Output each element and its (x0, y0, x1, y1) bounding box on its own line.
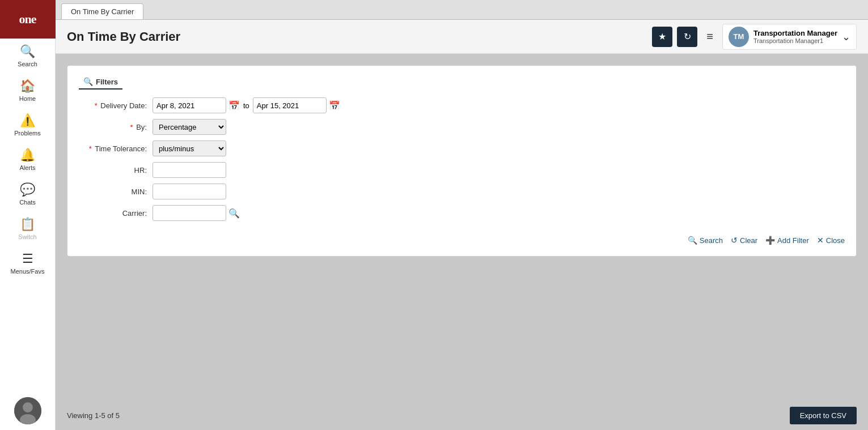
clear-action-icon: ↺ (731, 236, 738, 245)
svg-point-1 (23, 402, 33, 412)
star-icon: ★ (658, 31, 666, 42)
carrier-search-icon[interactable]: 🔍 (228, 208, 240, 219)
page-title: On Time By Carrier (67, 29, 652, 44)
sidebar-item-alerts[interactable]: 🔔 Alerts (0, 142, 55, 177)
min-row: MIN: (79, 184, 845, 199)
search-icon: 🔍 (20, 44, 35, 59)
delivery-date-to-input[interactable] (253, 97, 327, 113)
footer: Viewing 1-5 of 5 Export to CSV (56, 401, 868, 430)
calendar-from-icon[interactable]: 📅 (228, 100, 240, 111)
user-role: Transportation Manager1 (753, 37, 837, 44)
carrier-label: Carrier: (79, 209, 153, 218)
time-tolerance-label: * Time Tolerance: (79, 144, 153, 153)
user-initials-avatar: TM (729, 27, 749, 47)
date-from-wrapper: 📅 (153, 97, 240, 113)
sidebar-item-chats[interactable]: 💬 Chats (0, 177, 55, 211)
filter-form: * Delivery Date: 📅 to 📅 (79, 97, 845, 221)
home-icon: 🏠 (20, 79, 35, 93)
sidebar-item-problems[interactable]: ⚠️ Problems (0, 108, 55, 142)
header-actions: ★ ↻ ≡ TM Transportation Manager Transpor… (652, 24, 857, 50)
by-label: * By: (79, 123, 153, 131)
refresh-icon: ↻ (684, 31, 691, 42)
sidebar-item-menus-favs[interactable]: ☰ Menus/Favs (0, 246, 55, 280)
user-area[interactable]: TM Transportation Manager Transportation… (722, 24, 857, 50)
hr-input[interactable] (153, 162, 226, 178)
main-area: On Time By Carrier On Time By Carrier ★ … (56, 0, 868, 430)
calendar-to-icon[interactable]: 📅 (329, 100, 340, 111)
filter-tab-filters[interactable]: 🔍 Filters (79, 75, 122, 90)
add-filter-action[interactable]: ➕ Add Filter (765, 236, 809, 245)
hr-row: HR: (79, 162, 845, 178)
carrier-row: Carrier: 🔍 (79, 205, 845, 221)
delivery-date-label: * Delivery Date: (79, 101, 153, 110)
search-action-icon: 🔍 (688, 236, 697, 245)
problems-icon: ⚠️ (20, 113, 35, 128)
user-name: Transportation Manager (753, 29, 837, 37)
sidebar-item-home[interactable]: 🏠 Home (0, 73, 55, 108)
close-action[interactable]: ✕ Close (817, 236, 845, 245)
favorite-button[interactable]: ★ (652, 27, 672, 47)
add-filter-icon: ➕ (765, 236, 775, 245)
chats-icon: 💬 (20, 182, 35, 197)
export-csv-button[interactable]: Export to CSV (790, 407, 857, 424)
carrier-input[interactable] (153, 205, 226, 221)
alerts-icon: 🔔 (20, 148, 35, 163)
by-row: * By: Percentage Count (79, 119, 845, 135)
app-logo[interactable]: one (0, 0, 56, 39)
filter-actions: 🔍 Search ↺ Clear ➕ Add Filter ✕ Close (79, 230, 845, 245)
menus-icon: ☰ (22, 252, 33, 266)
content-area: 🔍 Filters * Delivery Date: 📅 to (56, 54, 868, 401)
clear-action[interactable]: ↺ Clear (731, 236, 757, 245)
sidebar: one 🔍 Search 🏠 Home ⚠️ Problems 🔔 Alerts… (0, 0, 56, 430)
delivery-date-from-input[interactable] (153, 97, 226, 113)
filter-tabs: 🔍 Filters (79, 75, 845, 90)
time-tolerance-select[interactable]: plus/minus plus minus (153, 141, 226, 156)
time-tolerance-row: * Time Tolerance: plus/minus plus minus (79, 141, 845, 156)
sidebar-item-switch: 📋 Switch (0, 211, 55, 246)
user-avatar-sidebar[interactable] (14, 397, 41, 424)
filter-panel: 🔍 Filters * Delivery Date: 📅 to (67, 65, 857, 257)
tab-on-time-by-carrier[interactable]: On Time By Carrier (61, 3, 143, 19)
date-to-wrapper: 📅 (253, 97, 340, 113)
filter-search-icon: 🔍 (83, 77, 93, 86)
sidebar-item-search[interactable]: 🔍 Search (0, 39, 55, 73)
hr-label: HR: (79, 166, 153, 174)
close-action-icon: ✕ (817, 236, 824, 245)
delivery-date-row: * Delivery Date: 📅 to 📅 (79, 97, 845, 113)
chevron-down-icon: ⌄ (842, 31, 850, 43)
by-select[interactable]: Percentage Count (153, 119, 226, 135)
carrier-wrapper: 🔍 (153, 205, 240, 221)
header-menu-button[interactable]: ≡ (702, 28, 718, 45)
min-input[interactable] (153, 184, 226, 199)
page-header: On Time By Carrier ★ ↻ ≡ TM Transportati… (56, 20, 868, 54)
menu-icon: ≡ (706, 30, 713, 42)
switch-icon: 📋 (20, 217, 35, 232)
refresh-button[interactable]: ↻ (677, 27, 697, 47)
min-label: MIN: (79, 188, 153, 196)
to-separator: to (243, 101, 249, 110)
tab-bar: On Time By Carrier (56, 0, 868, 20)
user-info: Transportation Manager Transportation Ma… (753, 29, 837, 44)
viewing-text: Viewing 1-5 of 5 (67, 411, 120, 420)
search-action[interactable]: 🔍 Search (688, 236, 723, 245)
